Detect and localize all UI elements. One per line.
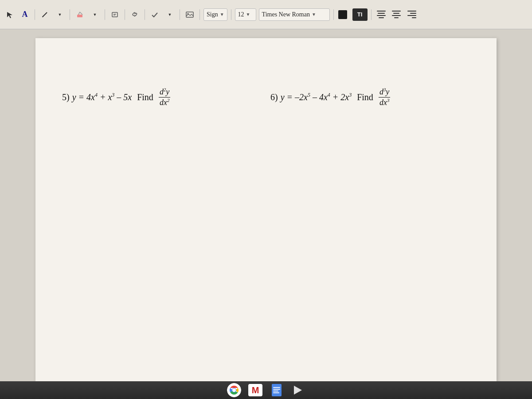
align-line-3 <box>377 15 386 16</box>
svg-rect-18 <box>273 392 279 393</box>
text-tool-button[interactable]: A <box>19 8 31 21</box>
problems-container: 5) y = 4x4 + x3 – 5x Find d2y dx2 6) y =… <box>62 87 470 108</box>
align-center-line-4 <box>394 17 399 18</box>
dropdown-arrow-1[interactable]: ▼ <box>54 8 66 21</box>
separator-10 <box>371 9 372 20</box>
align-center-button[interactable] <box>390 8 403 21</box>
problem-5-denominator: dx2 <box>159 98 170 108</box>
image-tool-button[interactable] <box>184 8 196 21</box>
chrome-icon[interactable] <box>227 383 241 397</box>
problem-5: 5) y = 4x4 + x3 – 5x Find d2y dx2 <box>62 87 262 108</box>
draw-tool-button[interactable] <box>39 8 51 21</box>
problem-6-fraction: d3y dx3 <box>379 87 390 108</box>
gmail-icon[interactable]: M <box>248 384 262 396</box>
align-line-2 <box>378 13 385 14</box>
problem-6-equation: y = –2x5 – 4x4 + 2x3 <box>281 92 352 102</box>
problem-5-find: Find <box>137 92 153 102</box>
svg-rect-14 <box>272 384 282 396</box>
svg-rect-16 <box>273 389 280 390</box>
font-name-value: Times New Roman <box>262 11 310 18</box>
problem-6-numerator: d3y <box>379 87 390 98</box>
problem-6-denominator: dx3 <box>379 98 390 108</box>
play-icon <box>294 386 302 395</box>
separator-4 <box>125 9 125 20</box>
color-swatch[interactable] <box>338 10 347 19</box>
svg-rect-15 <box>273 387 280 388</box>
dropdown-arrow-2[interactable]: ▼ <box>89 8 101 21</box>
align-center-line-3 <box>392 15 401 16</box>
font-name-chevron: ▼ <box>312 12 316 17</box>
problem-5-fraction: d2y dx2 <box>159 87 170 108</box>
align-line-4 <box>379 17 384 18</box>
problem-6-number: 6) <box>270 92 278 102</box>
sign-dropdown[interactable]: Sign ▼ <box>203 8 227 21</box>
svg-line-5 <box>80 12 82 15</box>
align-right-line-4 <box>412 17 416 18</box>
font-name-dropdown[interactable]: Times New Roman ▼ <box>259 8 330 21</box>
gmail-label: M <box>252 386 259 395</box>
font-size-chevron: ▼ <box>246 12 250 17</box>
align-right-line-1 <box>407 11 416 12</box>
eraser-tool-button[interactable] <box>74 8 86 21</box>
separator-3 <box>105 9 105 20</box>
taskbar: M <box>0 381 532 399</box>
align-right-line-2 <box>410 13 416 14</box>
document-area: 5) y = 4x4 + x3 – 5x Find d2y dx2 6) y =… <box>0 29 532 381</box>
dropdown-arrow-3[interactable]: ▼ <box>164 8 176 21</box>
problem-5-equation: y = 4x4 + x3 – 5x <box>72 92 132 102</box>
separator-7 <box>200 9 200 20</box>
separator-2 <box>70 9 70 20</box>
svg-rect-17 <box>273 391 278 391</box>
separator-9 <box>333 9 334 20</box>
svg-rect-3 <box>77 15 82 17</box>
align-line-1 <box>377 11 386 12</box>
font-size-dropdown[interactable]: 12 ▼ <box>235 8 256 21</box>
sign-chevron: ▼ <box>220 12 224 17</box>
align-right-button[interactable] <box>405 8 418 21</box>
ti-button[interactable]: TI <box>352 8 368 21</box>
align-right-line-3 <box>407 15 416 16</box>
separator-8 <box>231 9 231 20</box>
svg-line-1 <box>43 12 47 17</box>
sign-label: Sign <box>207 11 218 18</box>
svg-line-4 <box>78 12 80 15</box>
paper: 5) y = 4x4 + x3 – 5x Find d2y dx2 6) y =… <box>35 38 497 381</box>
align-left-button[interactable] <box>375 8 387 21</box>
font-size-value: 12 <box>238 11 244 18</box>
problem-6: 6) y = –2x5 – 4x4 + 2x3 Find d3y dx3 <box>270 87 470 108</box>
check-tool-button[interactable] <box>149 8 161 21</box>
toolbar: A ▼ ▼ ▼ Sign ▼ <box>0 0 532 29</box>
doc-icon[interactable] <box>270 383 284 397</box>
align-center-line-1 <box>392 11 401 12</box>
separator-6 <box>180 9 180 20</box>
svg-marker-0 <box>7 12 12 18</box>
align-center-line-2 <box>393 13 399 14</box>
problem-6-find: Find <box>357 92 373 102</box>
arrow-tool-button[interactable] <box>4 8 16 21</box>
problem-5-number: 5) <box>62 92 70 102</box>
stamp-tool-button[interactable] <box>109 8 121 21</box>
problem-5-numerator: d2y <box>159 87 170 98</box>
separator-1 <box>35 9 35 20</box>
link-tool-button[interactable] <box>129 8 141 21</box>
separator-5 <box>145 9 145 20</box>
svg-rect-6 <box>112 12 117 17</box>
svg-point-13 <box>232 388 236 392</box>
play-button[interactable] <box>291 383 305 397</box>
